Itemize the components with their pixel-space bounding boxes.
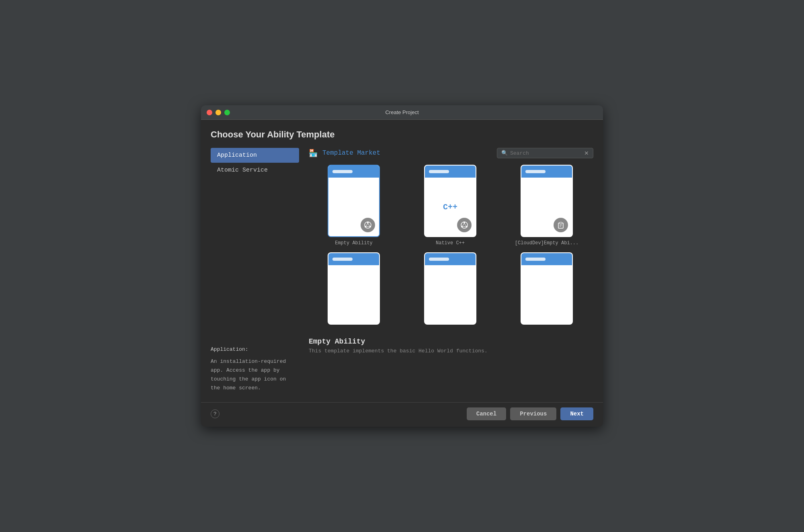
sidebar-item-application[interactable]: Application — [211, 148, 299, 163]
phone-mockup-2: C++ — [424, 165, 476, 237]
cancel-button[interactable]: Cancel — [467, 407, 506, 420]
template-market-label: Template Market — [322, 149, 380, 157]
template-info: Empty Ability This template implements t… — [309, 338, 593, 354]
maximize-button[interactable] — [224, 110, 230, 115]
svg-line-4 — [366, 223, 368, 226]
template-card-clouddev[interactable]: [CloudDev]Empty Abi... — [502, 165, 592, 246]
template-container: 🏪 Template Market 🔍 ✕ — [299, 148, 593, 393]
window-title: Create Project — [385, 109, 418, 115]
sidebar-description: Application: An installation-requiredapp… — [211, 329, 299, 393]
close-button[interactable] — [207, 110, 212, 115]
title-bar: Create Project — [201, 105, 603, 120]
sidebar-item-atomic-service[interactable]: Atomic Service — [211, 163, 299, 178]
market-icon: 🏪 — [309, 149, 318, 158]
desc-title: Application: — [211, 345, 299, 354]
template-card-native-cpp[interactable]: C++ — [405, 165, 495, 246]
content-area: Choose Your Ability Template Application… — [201, 120, 603, 399]
template-grid: Empty Ability C++ — [309, 165, 593, 328]
template-card-empty-ability[interactable]: Empty Ability — [309, 165, 399, 246]
card-label-2: Native C++ — [436, 240, 465, 246]
phone-mockup-6 — [521, 252, 573, 325]
svg-point-8 — [464, 222, 465, 223]
card-label-3: [CloudDev]Empty Abi... — [515, 240, 578, 246]
clouddev-icon — [554, 218, 568, 232]
phone-mockup-5 — [424, 252, 476, 325]
search-icon: 🔍 — [501, 150, 508, 156]
template-card-4[interactable] — [309, 252, 399, 328]
svg-line-11 — [462, 223, 464, 226]
cpp-icon — [457, 218, 472, 232]
template-info-desc: This template implements the basic Hello… — [309, 348, 593, 354]
template-card-6[interactable] — [502, 252, 592, 328]
template-header: 🏪 Template Market 🔍 ✕ — [309, 148, 593, 158]
next-button[interactable]: Next — [560, 407, 593, 420]
phone-mockup-3 — [521, 165, 573, 237]
page-title: Choose Your Ability Template — [211, 129, 593, 140]
phone-mockup-4 — [328, 252, 380, 325]
minimize-button[interactable] — [215, 110, 221, 115]
search-clear-button[interactable]: ✕ — [584, 150, 589, 156]
card-label-1: Empty Ability — [335, 240, 373, 246]
desc-body: An installation-requiredapp. Access the … — [211, 357, 299, 393]
search-input[interactable] — [510, 150, 582, 156]
template-info-title: Empty Ability — [309, 338, 593, 346]
previous-button[interactable]: Previous — [510, 407, 556, 420]
svg-line-5 — [368, 223, 370, 226]
cpp-label: C++ — [443, 203, 457, 212]
svg-rect-15 — [560, 222, 562, 224]
phone-mockup-1 — [328, 165, 380, 237]
svg-line-12 — [464, 223, 466, 226]
sidebar: Application Atomic Service Application: … — [211, 148, 299, 393]
button-group: Cancel Previous Next — [467, 407, 593, 420]
main-area: Application Atomic Service Application: … — [211, 148, 593, 393]
help-icon[interactable]: ? — [211, 409, 219, 418]
bottom-bar: ? Cancel Previous Next — [201, 402, 603, 427]
search-box: 🔍 ✕ — [497, 148, 593, 158]
empty-ability-icon — [361, 218, 375, 232]
template-card-5[interactable] — [405, 252, 495, 328]
window-controls — [207, 110, 230, 115]
main-window: Create Project Choose Your Ability Templ… — [201, 105, 603, 427]
svg-point-1 — [367, 222, 369, 223]
